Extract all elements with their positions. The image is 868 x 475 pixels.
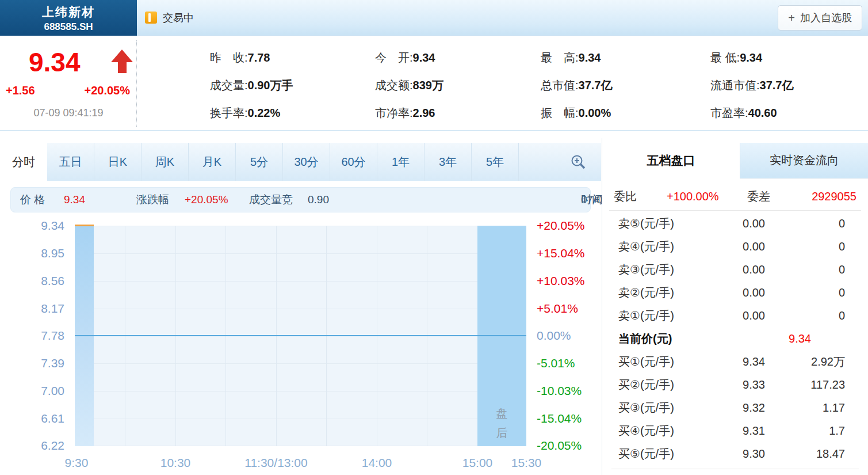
tab-five-level-quote[interactable]: 五档盘口 [602,143,740,178]
intraday-chart: 9.34 8.95 8.56 8.17 7.78 7.39 7.00 6.61 … [0,216,601,475]
readout-price-value: 9.34 [64,188,85,212]
y-axis-price-label: 6.22 [0,438,64,453]
status-bar: 交易中 + 加入自选股 [137,0,868,36]
y-axis-price-label: 7.78 [0,328,64,343]
stock-quote-app: 上纬新材 688585.SH 交易中 + 加入自选股 9.34 +1.56 +2… [0,0,868,475]
x-axis-time-label: 15:30 [511,456,542,470]
y-axis-price-label: 7.39 [0,356,64,371]
add-watchlist-label: 加入自选股 [800,11,852,25]
y-axis-percent-label: +15.04% [537,246,585,261]
quote-summary: 9.34 +1.56 +20.05% 07-09 09:41:19 昨 收:7.… [0,36,868,130]
price-change: +1.56 [6,84,35,97]
ask-row-1: 卖①(元/手)0.000 [602,304,868,327]
bid-row-1: 买①(元/手)9.342.92万 [602,350,868,373]
order-book-tabs: 五档盘口 实时资金流向 [602,143,868,178]
ask-row-4: 卖④(元/手)0.000 [602,235,868,258]
y-axis-percent-label: -5.01% [537,356,575,371]
tab-monthly-k[interactable]: 月K [189,143,236,181]
commission-summary: 委比 +100.00% 委差 2929055 [614,183,856,210]
tab-5year[interactable]: 5年 [472,143,519,181]
ask-row-2: 卖②(元/手)0.000 [602,281,868,304]
tab-realtime-fund-flow[interactable]: 实时资金流向 [740,143,868,178]
order-book-table: 卖⑤(元/手)0.000 卖④(元/手)0.000 卖③(元/手)0.000 卖… [602,212,868,469]
stat-pe-ratio: 市盈率:40.60 [710,105,868,121]
stat-turnover-rate: 换手率:0.22% [210,105,375,121]
tab-1year[interactable]: 1年 [377,143,425,181]
zoom-in-icon[interactable] [570,154,586,170]
chart-plot-area[interactable]: 盘 后 [75,226,526,446]
y-axis-percent-label: -15.04% [537,411,582,426]
price-up-arrow-icon [110,50,133,76]
divider [611,469,859,469]
stat-low: 最 低:9.34 [710,50,868,66]
divider [609,210,861,211]
ask-row-5: 卖⑤(元/手)0.000 [602,212,868,235]
wei-cha-value: 2929055 [812,183,856,210]
chart-period-tabs: 分时 五日 日K 周K 月K 5分 30分 60分 1年 3年 5年 [0,143,601,181]
quote-timestamp: 07-09 09:41:19 [0,107,137,119]
bid-row-3: 买③(元/手)9.321.17 [602,396,868,419]
chart-section: 分时 五日 日K 周K 月K 5分 30分 60分 1年 3年 5年 价 格 9… [0,138,601,475]
y-axis-percent-label: +5.01% [537,301,578,316]
add-watchlist-button[interactable]: + 加入自选股 [778,5,862,31]
tab-60min[interactable]: 60分 [330,143,377,181]
price-change-percent: +20.05% [84,84,130,97]
chart-readout-bar: 价 格 9.34 涨跌幅 +20.05% 成交量竞 0.90 时间: 07/09… [10,187,591,212]
prev-close-line [75,335,526,336]
stat-amplitude: 振 幅:0.00% [541,105,710,121]
tabbar-filler [519,143,601,181]
tab-daily-k[interactable]: 日K [94,143,142,181]
bid-row-5: 买⑤(元/手)9.3018.47 [602,442,868,465]
readout-change-label: 涨跌幅 [136,188,169,212]
ask-row-3: 卖③(元/手)0.000 [602,258,868,281]
bid-row-4: 买④(元/手)9.311.7 [602,419,868,442]
stat-volume: 成交量:0.90万手 [210,78,375,93]
x-axis-time-label: 9:30 [65,456,89,470]
stock-name: 上纬新材 [0,4,137,20]
x-axis-time-label: 11:30/13:00 [244,456,307,470]
y-axis-percent-label: -20.05% [537,438,582,453]
stat-turnover: 成交额:839万 [375,78,541,93]
current-price-row: 当前价(元)9.34 [602,327,868,350]
tab-3year[interactable]: 3年 [425,143,472,181]
bid-row-2: 买②(元/手)9.33117.23 [602,373,868,396]
tab-5day[interactable]: 五日 [47,143,94,181]
x-axis-time-label: 10:30 [160,456,191,470]
order-book-panel: 五档盘口 实时资金流向 委比 +100.00% 委差 2929055 卖⑤(元/… [602,138,868,475]
tab-30min[interactable]: 30分 [283,143,330,181]
trading-status-icon [145,12,157,24]
y-axis-price-label: 8.17 [0,301,64,316]
stats-grid: 昨 收:7.78 今 开:9.34 最 高:9.34 最 低:9.34 成交量:… [137,36,868,130]
wei-cha-label: 委差 [747,183,770,210]
wei-bi-label: 委比 [614,183,637,210]
readout-price-label: 价 格 [20,188,45,212]
price-line [75,225,94,226]
last-price: 9.34 [29,47,81,78]
readout-volume-value: 0.90 [308,188,329,212]
trading-status-label: 交易中 [163,11,194,25]
y-axis-percent-label: 0.00% [537,328,571,343]
readout-volume-label: 成交量竞 [249,188,293,212]
after-hours-label: 盘 后 [477,404,526,443]
x-axis-time-label: 14:00 [362,456,392,470]
stat-pb-ratio: 市净率:2.96 [375,105,541,121]
tab-intraday[interactable]: 分时 [0,143,47,181]
y-axis-percent-label: +10.03% [537,273,585,288]
stock-code: 688585.SH [0,21,137,33]
readout-change-value: +20.05% [185,188,228,212]
y-axis-price-label: 9.34 [0,218,64,233]
stat-high: 最 高:9.34 [541,50,710,66]
tab-weekly-k[interactable]: 周K [142,143,189,181]
y-axis-price-label: 6.61 [0,411,64,426]
current-price-value: 9.34 [713,332,811,345]
y-axis-price-label: 8.56 [0,273,64,288]
plus-icon: + [788,12,795,24]
y-axis-price-label: 7.00 [0,383,64,398]
y-axis-percent-label: -10.03% [537,383,582,398]
stat-float-cap: 流通市值:37.7亿 [710,78,868,93]
stat-prev-close: 昨 收:7.78 [210,50,375,66]
tab-5min[interactable]: 5分 [236,143,283,181]
stat-open: 今 开:9.34 [375,50,541,66]
wei-bi-value: +100.00% [667,183,719,210]
x-axis-time-label: 15:00 [462,456,493,470]
